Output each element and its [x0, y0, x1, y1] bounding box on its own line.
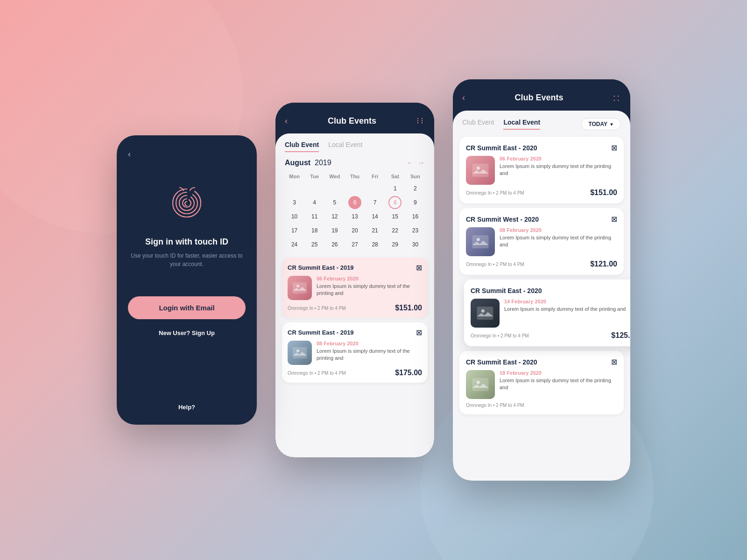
phone3-tabs-row: Club Event Local Event TODAY ▼: [453, 111, 630, 132]
cal-day-19[interactable]: 19: [328, 224, 341, 237]
phone3-bookmark-icon-2[interactable]: ⊠: [611, 215, 617, 224]
phone3-event-2-meta: Omnnego In • 2 PM to 4 PM: [466, 262, 524, 267]
sign-in-subtitle: Use your touch ID for faster, easier acc…: [128, 252, 246, 268]
cal-day-26[interactable]: 26: [328, 238, 341, 251]
cal-day: [348, 182, 361, 195]
svg-point-3: [296, 350, 299, 352]
phone2-tabs: Club Event Local Event: [275, 133, 434, 154]
phone2-events-list: CR Summit East - 2019 ⊠ 06 February 2020…: [275, 254, 434, 457]
event-2-price: $175.00: [395, 369, 422, 377]
day-header-tue: Tue: [305, 172, 324, 181]
back-arrow-icon[interactable]: ‹: [128, 149, 131, 159]
cal-day-25[interactable]: 25: [308, 238, 321, 251]
cal-day-22[interactable]: 22: [388, 224, 402, 237]
day-header-fri: Fri: [366, 172, 385, 181]
login-email-button[interactable]: Login with Email: [128, 296, 246, 319]
event-1-title: CR Summit East - 2019: [288, 264, 354, 271]
cal-day-14[interactable]: 14: [368, 210, 381, 223]
calendar-month: August 2019: [285, 159, 331, 167]
tab-local-event-3[interactable]: Local Event: [503, 119, 540, 130]
phone-login: ‹ Sign in with touch ID Use your touch I…: [117, 135, 257, 425]
svg-point-1: [296, 285, 299, 287]
phone3-events-list: CR Summit East - 2020 ⊠ 06 February 2020…: [453, 132, 630, 481]
phone3-event-1-price: $151.00: [590, 189, 617, 197]
svg-rect-0: [293, 282, 307, 294]
cal-day-13[interactable]: 13: [348, 210, 361, 223]
day-header-mon: Mon: [285, 172, 304, 181]
cal-day-9[interactable]: 9: [409, 196, 422, 209]
cal-day-27[interactable]: 27: [348, 238, 361, 251]
phone2-back-icon[interactable]: ‹: [285, 116, 288, 126]
cal-day: [328, 182, 341, 195]
cal-day-29[interactable]: 29: [388, 238, 402, 251]
svg-rect-2: [293, 347, 307, 358]
cal-day-12[interactable]: 12: [328, 210, 341, 223]
phone3-bookmark-icon-4[interactable]: ⊠: [611, 357, 617, 366]
svg-rect-8: [477, 307, 493, 320]
fingerprint-icon: [166, 182, 208, 224]
phone3-event-1-desc: Lorem Ipsum is simply dummy text of the …: [500, 163, 617, 177]
cal-day-16[interactable]: 16: [409, 210, 422, 223]
cal-day-23[interactable]: 23: [409, 224, 422, 237]
cal-day-6[interactable]: 6: [348, 196, 361, 209]
phone3-bookmark-icon-1[interactable]: ⊠: [611, 143, 617, 152]
cal-day: [308, 182, 321, 195]
phone2-title: Club Events: [328, 116, 376, 126]
help-link[interactable]: Help?: [178, 404, 195, 411]
phone3-event-3-details: 14 February 2020 Lorem Ipsum is simply d…: [504, 299, 630, 313]
prev-month-icon[interactable]: ←: [406, 159, 414, 167]
phone3-event-2-title: CR Summit West - 2020: [466, 216, 539, 223]
phone3-event-3-desc: Lorem Ipsum is simply dummy text of the …: [504, 306, 630, 313]
cal-day-18[interactable]: 18: [308, 224, 321, 237]
event-2-image: [288, 341, 312, 365]
bookmark-icon-1[interactable]: ⊠: [416, 263, 422, 272]
phone2-menu-icon[interactable]: ⁝⁝: [416, 116, 425, 126]
cal-day-15[interactable]: 15: [388, 210, 402, 223]
phone3-event-4-details: 18 February 2020 Lorem Ipsum is simply d…: [500, 370, 617, 392]
bookmark-icon-2[interactable]: ⊠: [416, 328, 422, 337]
phone3-event-2-price: $121.00: [590, 260, 617, 268]
phone3-event-4-image: [466, 370, 495, 399]
next-month-icon[interactable]: →: [417, 159, 425, 167]
phone3-menu-icon[interactable]: ::: [613, 92, 621, 103]
phone3-event-3-date: 14 February 2020: [504, 299, 630, 304]
cal-day-7[interactable]: 7: [368, 196, 381, 209]
new-user-link[interactable]: New User? Sign Up: [159, 329, 215, 336]
calendar-nav[interactable]: ← →: [406, 159, 425, 167]
cal-day-3[interactable]: 3: [288, 196, 301, 209]
cal-day-5[interactable]: 5: [328, 196, 341, 209]
cal-day-20[interactable]: 20: [348, 224, 361, 237]
phone3-event-1-meta: Omnnego In • 2 PM to 4 PM: [466, 190, 524, 196]
cal-day-4[interactable]: 4: [308, 196, 321, 209]
cal-day: [288, 182, 301, 195]
cal-day-11[interactable]: 11: [308, 210, 321, 223]
cal-day-8[interactable]: 8: [388, 196, 402, 209]
tab-local-event-2[interactable]: Local Event: [328, 141, 362, 152]
cal-day-1[interactable]: 1: [388, 182, 402, 195]
day-header-wed: Wed: [325, 172, 344, 181]
phone3-event-1-details: 06 February 2020 Lorem Ipsum is simply d…: [500, 156, 617, 177]
phone3-event-1-image: [466, 156, 495, 185]
event-1-price: $151.00: [395, 304, 422, 312]
cal-day-24[interactable]: 24: [288, 238, 301, 251]
cal-day-10[interactable]: 10: [288, 210, 301, 223]
phone3-back-icon[interactable]: ‹: [462, 93, 465, 103]
phone3-event-card-3: CR Summit East - 2020 ⊠ 14 February 2020…: [464, 280, 630, 346]
event-card-1: CR Summit East - 2019 ⊠ 06 February 2020…: [282, 258, 428, 318]
screens-container: ‹ Sign in with touch ID Use your touch I…: [117, 79, 630, 481]
cal-day-28[interactable]: 28: [368, 238, 381, 251]
cal-day-2[interactable]: 2: [409, 182, 422, 195]
sign-in-title: Sign in with touch ID: [145, 237, 228, 247]
svg-rect-6: [472, 235, 489, 248]
phone3-title: Club Events: [514, 93, 563, 103]
tab-club-event-2[interactable]: Club Event: [285, 141, 319, 152]
phone3-event-1-date: 06 February 2020: [500, 156, 617, 161]
today-button[interactable]: TODAY ▼: [581, 118, 621, 130]
phone3-event-3-price: $125.00: [611, 331, 630, 340]
event-1-meta: Omnnego In • 2 PM to 4 PM: [288, 306, 346, 311]
cal-day-30[interactable]: 30: [409, 238, 422, 251]
phone2-body: Club Event Local Event August 2019 ← → M…: [275, 133, 434, 457]
tab-club-event-3[interactable]: Club Event: [462, 119, 494, 130]
cal-day-17[interactable]: 17: [288, 224, 301, 237]
cal-day-21[interactable]: 21: [368, 224, 381, 237]
